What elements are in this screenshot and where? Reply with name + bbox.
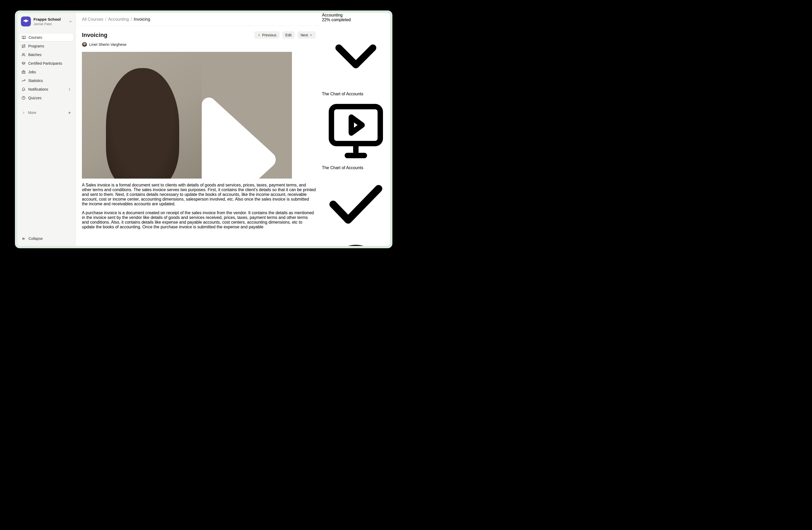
sidebar-item-quizzes[interactable]: Quizzes bbox=[19, 94, 73, 102]
trending-up-icon bbox=[21, 79, 26, 83]
school-name: Frappe School bbox=[33, 17, 66, 22]
main-content: All Courses / Accounting / Invoicing Inv… bbox=[76, 13, 322, 246]
programs-route-icon bbox=[21, 44, 26, 48]
chevron-down-icon bbox=[69, 20, 72, 24]
book-open-icon bbox=[22, 36, 26, 40]
author-row: Linet Sherin Varghese bbox=[82, 42, 316, 47]
video-thumbnail-person bbox=[82, 52, 202, 179]
author-avatar bbox=[82, 42, 87, 47]
sidebar-item-label: Notifications bbox=[28, 87, 48, 92]
chevron-right-icon bbox=[309, 33, 313, 37]
lesson-paragraph: A Sales invoice is a formal document sen… bbox=[82, 183, 316, 206]
outline-lesson-the-chart-of-accounts[interactable]: The Chart of Accounts bbox=[322, 96, 390, 240]
sidebar-item-certified-participants[interactable]: Certified Participants bbox=[19, 59, 73, 67]
more-label: More bbox=[28, 111, 37, 115]
collapse-label: Collapse bbox=[29, 236, 43, 241]
sidebar-item-label: Programs bbox=[28, 44, 44, 48]
chevron-down-icon bbox=[322, 87, 390, 92]
sidebar-item-notifications[interactable]: Notifications1 bbox=[19, 85, 73, 93]
app-window-frame: Frappe School Jannat Patel CoursesProgra… bbox=[15, 11, 392, 248]
frappe-school-logo-icon bbox=[21, 16, 31, 26]
bell-icon bbox=[21, 87, 26, 92]
collapse-sidebar-button[interactable]: Collapse bbox=[17, 236, 76, 246]
notification-count-badge: 1 bbox=[69, 87, 71, 91]
outline-list: The Chart of AccountsThe Chart of Accoun… bbox=[322, 22, 390, 246]
breadcrumb-separator: / bbox=[131, 17, 132, 22]
sidebar-item-courses[interactable]: Courses bbox=[19, 33, 73, 41]
sidebar-item-label: Quizzes bbox=[28, 96, 42, 100]
sidebar-item-label: Certified Participants bbox=[28, 61, 62, 66]
previous-button[interactable]: Previous bbox=[254, 31, 279, 39]
sidebar-item-batches[interactable]: Batches bbox=[19, 51, 73, 59]
chevron-right-icon bbox=[22, 111, 25, 114]
course-title: Accounting bbox=[322, 13, 390, 17]
breadcrumb-current: Invoicing bbox=[134, 17, 150, 22]
graduation-cap-icon bbox=[21, 61, 26, 66]
outline-item-label: The Chart of Accounts bbox=[322, 166, 363, 170]
sidebar-item-label: Batches bbox=[28, 53, 42, 57]
course-outline-sidebar: Accounting 22% completed The Chart of Ac… bbox=[322, 13, 390, 246]
page-title: Invoicing bbox=[82, 32, 107, 39]
next-label: Next bbox=[301, 33, 308, 37]
breadcrumb-course[interactable]: Accounting bbox=[108, 17, 129, 22]
lesson-paragraph: A purchase invoice is a document created… bbox=[82, 211, 316, 229]
author-name: Linet Sherin Varghese bbox=[89, 42, 126, 46]
users-icon bbox=[21, 53, 26, 57]
sidebar-item-statistics[interactable]: Statistics bbox=[19, 76, 73, 85]
breadcrumb: All Courses / Accounting / Invoicing bbox=[82, 17, 150, 22]
school-user-name: Jannat Patel bbox=[33, 22, 66, 26]
lesson-video-player[interactable]: Accounting Dimensions Frappe F Invoicing bbox=[82, 52, 292, 179]
sidebar-item-label: Statistics bbox=[28, 79, 43, 83]
sidebar-item-label: Jobs bbox=[28, 70, 36, 74]
lesson-video-icon bbox=[322, 161, 390, 165]
breadcrumb-all-courses[interactable]: All Courses bbox=[82, 17, 103, 22]
breadcrumb-bar: All Courses / Accounting / Invoicing bbox=[76, 13, 322, 26]
breadcrumb-separator: / bbox=[105, 17, 106, 22]
chapter-title: The Chart of Accounts bbox=[322, 92, 363, 96]
add-button[interactable] bbox=[68, 111, 71, 115]
sidebar-item-jobs[interactable]: Jobs bbox=[19, 68, 73, 76]
chevron-left-icon bbox=[257, 33, 261, 37]
progress-label: 22% completed bbox=[322, 17, 390, 22]
outline-header: Accounting 22% completed bbox=[322, 13, 390, 22]
check-icon bbox=[322, 235, 390, 239]
sidebar-item-programs[interactable]: Programs bbox=[19, 42, 73, 50]
collapse-icon bbox=[22, 237, 26, 241]
chapter-the-chart-of-accounts: The Chart of AccountsThe Chart of Accoun… bbox=[322, 22, 390, 246]
briefcase-icon bbox=[21, 70, 26, 74]
lesson-text: A Sales invoice is a formal document sen… bbox=[82, 183, 316, 229]
edit-button[interactable]: Edit bbox=[282, 31, 295, 39]
outline-quiz-chart-of-accounts-quiz[interactable]: Chart of Accounts Quiz bbox=[322, 240, 390, 246]
school-switcher[interactable]: Frappe School Jannat Patel bbox=[17, 13, 76, 30]
lesson-body: Invoicing Previous Edit Next bbox=[76, 26, 322, 246]
previous-label: Previous bbox=[262, 33, 276, 37]
sidebar-nav: CoursesProgramsBatchesCertified Particip… bbox=[17, 33, 76, 102]
left-sidebar: Frappe School Jannat Patel CoursesProgra… bbox=[17, 13, 76, 246]
sidebar-item-more[interactable]: More bbox=[17, 109, 76, 116]
help-circle-icon bbox=[21, 96, 26, 100]
next-button[interactable]: Next bbox=[298, 31, 316, 39]
chapter-header-the-chart-of-accounts[interactable]: The Chart of Accounts bbox=[322, 22, 390, 96]
edit-label: Edit bbox=[286, 33, 292, 37]
sidebar-item-label: Courses bbox=[29, 36, 42, 40]
app-window: Frappe School Jannat Patel CoursesProgra… bbox=[17, 13, 390, 246]
